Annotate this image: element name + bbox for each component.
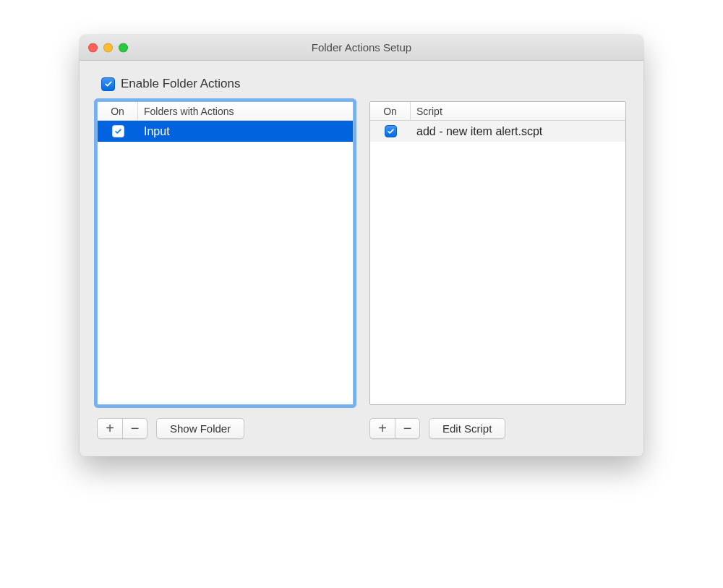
edit-script-button[interactable]: Edit Script [429, 418, 505, 439]
folder-row-checkbox[interactable] [112, 125, 124, 137]
minimize-icon[interactable] [103, 43, 113, 52]
folders-pane: On Folders with Actions Input [97, 101, 354, 439]
enable-folder-actions-checkbox[interactable] [101, 77, 115, 91]
folders-table-header: On Folders with Actions [98, 102, 353, 121]
folder-actions-window: Folder Actions Setup Enable Folder Actio… [80, 35, 643, 456]
folders-toolbar: + − Show Folder [97, 418, 354, 439]
window-content: Enable Folder Actions On Folders with Ac… [80, 61, 643, 456]
folders-table[interactable]: On Folders with Actions Input [97, 101, 354, 405]
remove-folder-button[interactable]: − [122, 419, 147, 438]
scripts-header-name[interactable]: Script [411, 102, 625, 120]
scripts-table[interactable]: On Script add - new item alert.scpt [369, 101, 626, 405]
table-row[interactable]: add - new item alert.scpt [370, 121, 625, 142]
script-row-name: add - new item alert.scpt [411, 125, 625, 138]
folder-row-name: Input [138, 125, 353, 138]
enable-folder-actions-row: Enable Folder Actions [101, 77, 626, 91]
add-folder-button[interactable]: + [98, 419, 122, 438]
scripts-add-remove-group: + − [369, 418, 420, 439]
script-row-checkbox[interactable] [385, 125, 397, 137]
enable-folder-actions-label: Enable Folder Actions [121, 77, 240, 91]
zoom-icon[interactable] [119, 43, 128, 52]
scripts-table-header: On Script [370, 102, 625, 121]
folders-header-name[interactable]: Folders with Actions [138, 102, 353, 120]
window-controls [88, 43, 128, 52]
folders-header-on[interactable]: On [98, 102, 138, 120]
add-script-button[interactable]: + [370, 419, 395, 438]
remove-script-button[interactable]: − [395, 419, 419, 438]
scripts-header-on[interactable]: On [370, 102, 411, 120]
close-icon[interactable] [88, 43, 98, 52]
table-row[interactable]: Input [98, 121, 353, 142]
scripts-pane: On Script add - new item alert.scpt [369, 101, 626, 439]
show-folder-button[interactable]: Show Folder [156, 418, 244, 439]
titlebar: Folder Actions Setup [80, 35, 643, 61]
scripts-toolbar: + − Edit Script [369, 418, 626, 439]
folders-add-remove-group: + − [97, 418, 147, 439]
window-title: Folder Actions Setup [80, 41, 643, 54]
